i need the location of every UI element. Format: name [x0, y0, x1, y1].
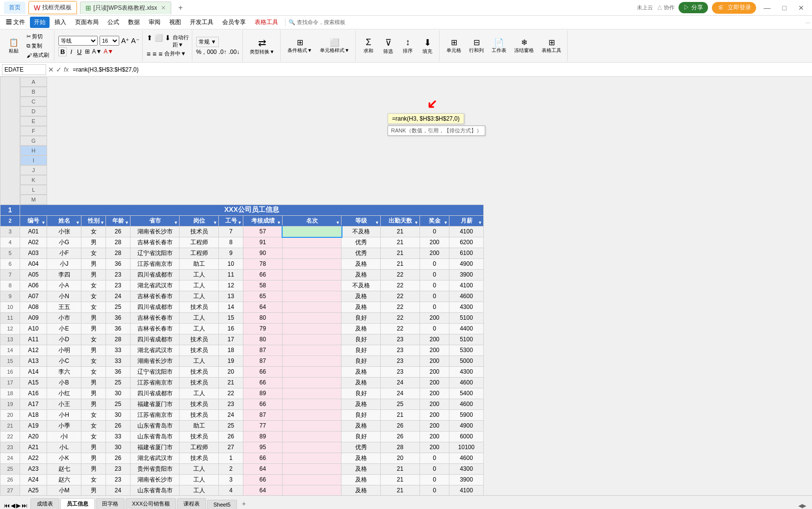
- table-cell[interactable]: 工人: [180, 291, 219, 302]
- table-cell[interactable]: 200: [420, 334, 449, 345]
- table-cell[interactable]: 6100: [449, 248, 484, 258]
- table-area[interactable]: A B C D E F G H I J K L M: [0, 76, 812, 495]
- decimal-inc-btn[interactable]: .0↑: [219, 49, 227, 55]
- table-cell[interactable]: 工人: [180, 323, 219, 334]
- table-cell[interactable]: 4300: [449, 366, 484, 377]
- table-cell[interactable]: 吉林省长春市: [131, 237, 180, 248]
- table-cell[interactable]: 200: [420, 356, 449, 366]
- table-cell[interactable]: 16: [219, 323, 243, 334]
- table-cell[interactable]: A17: [20, 399, 47, 409]
- table-cell[interactable]: 4600: [449, 453, 484, 463]
- fill-btn[interactable]: ⬇ 填充: [419, 36, 436, 56]
- table-cell[interactable]: 4300: [449, 463, 484, 474]
- table-cell[interactable]: 小A: [47, 280, 81, 291]
- table-cell[interactable]: 25: [219, 420, 243, 431]
- table-cell[interactable]: 技术员: [180, 345, 219, 356]
- table-cell[interactable]: 22: [381, 291, 420, 302]
- table-cell[interactable]: 男: [81, 323, 106, 334]
- table-cell[interactable]: 及格: [341, 463, 381, 474]
- formula-input[interactable]: [71, 66, 810, 73]
- table-cell[interactable]: 0: [420, 453, 449, 463]
- table-cell[interactable]: 工人: [180, 474, 219, 485]
- table-cell[interactable]: 95: [243, 442, 283, 453]
- table-cell[interactable]: 89: [243, 388, 283, 399]
- table-cell[interactable]: 吉林省长春市: [131, 323, 180, 334]
- table-cell[interactable]: A05: [20, 269, 47, 280]
- table-cell[interactable]: A20: [20, 431, 47, 442]
- col-L[interactable]: L: [20, 185, 47, 195]
- table-cell[interactable]: 5400: [449, 388, 484, 399]
- minimize-btn[interactable]: —: [760, 4, 775, 12]
- table-cell[interactable]: 及格: [341, 366, 381, 377]
- table-cell[interactable]: 65: [243, 291, 283, 302]
- table-cell[interactable]: 山东省青岛市: [131, 420, 180, 431]
- table-cell[interactable]: 80: [243, 312, 283, 323]
- table-cell[interactable]: 0: [420, 291, 449, 302]
- file-tab-close[interactable]: ✕: [161, 4, 166, 11]
- table-cell[interactable]: 80: [243, 334, 283, 345]
- table-cell[interactable]: 小季: [47, 420, 81, 431]
- border-btn[interactable]: ⊞: [85, 48, 90, 55]
- table-cell[interactable]: 湖北省武汉市: [131, 345, 180, 356]
- table-cell[interactable]: 技术员: [180, 431, 219, 442]
- table-cell[interactable]: 200: [420, 442, 449, 453]
- table-cell[interactable]: 女: [81, 409, 106, 420]
- table-cell[interactable]: 28: [106, 334, 131, 345]
- align-right-btn[interactable]: ≡: [158, 50, 162, 58]
- comma-btn[interactable]: ,: [203, 49, 205, 55]
- table-cell[interactable]: 23: [381, 356, 420, 366]
- menu-dev[interactable]: 开发工具: [186, 17, 217, 28]
- table-cell[interactable]: 男: [81, 453, 106, 463]
- table-cell[interactable]: 及格: [341, 420, 381, 431]
- table-cell[interactable]: [283, 356, 341, 366]
- table-cell[interactable]: 湖北省武汉市: [131, 453, 180, 463]
- table-cell[interactable]: 0: [420, 269, 449, 280]
- table-cell[interactable]: 湖南省长沙市: [131, 474, 180, 485]
- table-cell[interactable]: 男: [81, 237, 106, 248]
- table-cell[interactable]: 64: [243, 485, 283, 495]
- formula-confirm-btn[interactable]: ✓: [56, 66, 62, 74]
- table-cell[interactable]: 及格: [341, 377, 381, 388]
- table-cell[interactable]: 小I: [47, 431, 81, 442]
- table-cell[interactable]: 26: [106, 453, 131, 463]
- align-center-btn[interactable]: ≡: [153, 50, 157, 58]
- table-cell[interactable]: 工人: [180, 356, 219, 366]
- table-cell[interactable]: 26: [381, 431, 420, 442]
- table-cell[interactable]: 66: [243, 453, 283, 463]
- table-cell[interactable]: 男: [81, 463, 106, 474]
- sheet-nav-prev[interactable]: ◀: [11, 502, 15, 509]
- table-cell[interactable]: 4400: [449, 323, 484, 334]
- table-cell[interactable]: A23: [20, 463, 47, 474]
- fill-color-btn[interactable]: A▼: [92, 48, 102, 55]
- table-cell[interactable]: 男: [81, 442, 106, 453]
- table-cell[interactable]: 23: [106, 474, 131, 485]
- table-cell[interactable]: 男: [81, 399, 106, 409]
- type-convert-btn[interactable]: ⇄ 类型转换▼: [247, 36, 277, 56]
- table-cell[interactable]: 30: [106, 442, 131, 453]
- col-B[interactable]: B: [20, 87, 47, 97]
- table-cell[interactable]: 吉林省长春市: [131, 312, 180, 323]
- copy-btn[interactable]: ⧉ 复制: [25, 42, 51, 50]
- table-cell[interactable]: 女: [81, 420, 106, 431]
- table-cell[interactable]: 赵七: [47, 463, 81, 474]
- table-cell[interactable]: 赵六: [47, 474, 81, 485]
- table-cell[interactable]: 王五: [47, 302, 81, 312]
- sheet-nav-first[interactable]: ⏮: [4, 502, 10, 509]
- table-cell[interactable]: 13: [219, 291, 243, 302]
- rowcol-btn[interactable]: ⊟ 行和列: [466, 37, 487, 55]
- table-cell[interactable]: 200: [420, 420, 449, 431]
- table-cell[interactable]: 小F: [47, 248, 81, 258]
- table-cell[interactable]: 24: [106, 485, 131, 495]
- table-cell[interactable]: 小B: [47, 377, 81, 388]
- table-cell[interactable]: 男: [81, 377, 106, 388]
- table-cell[interactable]: A03: [20, 248, 47, 258]
- table-cell[interactable]: 及格: [341, 323, 381, 334]
- table-cell[interactable]: 优秀: [341, 442, 381, 453]
- align-bottom-btn[interactable]: ⬇: [165, 34, 171, 49]
- table-cell[interactable]: 小红: [47, 388, 81, 399]
- table-cell[interactable]: 4300: [449, 302, 484, 312]
- table-cell[interactable]: A04: [20, 258, 47, 269]
- table-cell[interactable]: 21: [381, 409, 420, 420]
- table-cell[interactable]: 4100: [449, 280, 484, 291]
- sheet-tab-sheet5[interactable]: Sheet5: [207, 500, 237, 509]
